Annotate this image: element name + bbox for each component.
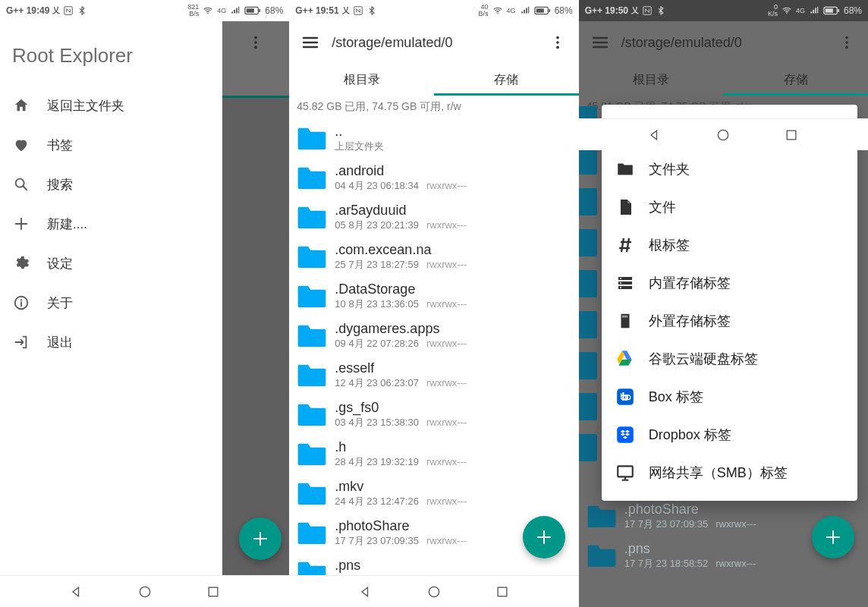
file-date: 上层文件夹: [335, 140, 384, 153]
file-date: 17 7月 23 07:09:35: [335, 535, 419, 547]
file-name: .pns: [624, 541, 756, 558]
path-text[interactable]: /storage/emulated/0: [617, 35, 830, 51]
file-name: .android: [335, 163, 467, 180]
popup-item-box-tab[interactable]: Box 标签: [602, 378, 857, 416]
status-time: G++ 19:51: [295, 5, 338, 16]
fab-add[interactable]: [523, 516, 565, 558]
nav-recents-icon[interactable]: [206, 584, 221, 599]
path-text[interactable]: /storage/emulated/0: [327, 35, 540, 51]
file-row[interactable]: .ar5ayduuid 05 8月 23 20:21:39rwxrwx---: [289, 197, 578, 237]
file-perm: rwxrwx---: [426, 456, 467, 468]
nav-back-icon[interactable]: [358, 584, 373, 599]
file-row[interactable]: .esself 12 4月 23 06:23:07rwxrwx---: [289, 355, 578, 395]
drawer-item-settings[interactable]: 设定: [0, 244, 222, 283]
nav-back-icon[interactable]: [69, 584, 84, 599]
home-icon: [12, 96, 30, 115]
search-icon: [12, 175, 30, 193]
file-row[interactable]: .. 上层文件夹: [289, 118, 578, 158]
drawer-label: 返回主文件夹: [47, 97, 124, 115]
file-row[interactable]: .DataStorage 10 8月 23 13:36:05rwxrwx---: [289, 276, 578, 316]
box-icon: [615, 387, 635, 407]
nav-home-icon[interactable]: [426, 584, 442, 599]
fab-add[interactable]: [812, 516, 854, 558]
status-time: G++ 19:49: [6, 5, 49, 16]
status-bar: G++ 19:50 乂 0 K/s 4G 68%: [579, 0, 868, 21]
popup-label: 外置存储标签: [649, 312, 731, 330]
wifi-icon: [492, 5, 503, 16]
file-name: .esself: [335, 360, 467, 377]
overflow-icon[interactable]: [247, 34, 264, 51]
tab-storage[interactable]: 存储: [434, 64, 579, 96]
overflow-icon[interactable]: [541, 26, 574, 59]
file-row[interactable]: .dygameres.apps 09 4月 22 07:28:26rwxrwx-…: [289, 316, 578, 355]
battery-percent: 68%: [844, 5, 862, 16]
folder-icon: [297, 244, 327, 269]
popup-item-root-tab[interactable]: 根标签: [602, 226, 857, 264]
file-perm: rwxrwx---: [426, 377, 467, 389]
hamburger-icon[interactable]: [583, 26, 617, 59]
folder-icon: [297, 283, 327, 309]
storage-icon: [615, 273, 635, 293]
popup-item-external-tab[interactable]: 外置存储标签: [602, 302, 857, 340]
file-row[interactable]: .android 04 4月 23 06:18:34rwxrwx---: [289, 158, 578, 197]
tab-root[interactable]: 根目录: [289, 64, 434, 96]
popup-label: 文件: [649, 198, 676, 216]
nav-recents-icon[interactable]: [495, 584, 510, 599]
signal-icon: [809, 5, 819, 16]
popup-item-smb-tab[interactable]: 网络共享（SMB）标签: [602, 454, 857, 492]
signal-icon: [230, 5, 241, 16]
new-menu-popup: 新建.... 文件夹 文件 根标签 内置存储标签 外置存储标签 谷歌云端硬盘标签…: [602, 105, 857, 501]
tab-root[interactable]: 根目录: [579, 64, 724, 96]
drawer-item-exit[interactable]: 退出: [0, 322, 222, 362]
file-perm: rwxrwx---: [426, 298, 467, 310]
fab-add[interactable]: [239, 517, 281, 560]
file-row[interactable]: .mkv 24 4月 23 12:47:26rwxrwx---: [289, 473, 578, 513]
file-perm: rwxrwx---: [426, 219, 467, 231]
signal-icon: [520, 5, 530, 16]
overflow-icon[interactable]: [830, 26, 863, 59]
file-name: .mkv: [335, 479, 467, 495]
popup-item-folder[interactable]: 文件夹: [602, 150, 857, 188]
popup-label: 内置存储标签: [649, 274, 731, 292]
folder-icon: [297, 125, 327, 151]
drawer-item-search[interactable]: 搜索: [0, 165, 222, 204]
monitor-icon: [615, 463, 635, 483]
drawer-item-bookmarks[interactable]: 书签: [0, 125, 222, 165]
popup-item-dropbox-tab[interactable]: Dropbox 标签: [602, 416, 857, 454]
drawer-item-new[interactable]: 新建....: [0, 204, 222, 244]
battery-percent: 68%: [265, 5, 283, 16]
popup-label: 根标签: [649, 236, 690, 254]
nav-bar: [289, 575, 578, 607]
file-name: ..: [335, 124, 384, 140]
popup-label: 文件夹: [649, 160, 690, 178]
wifi-icon: [203, 5, 213, 16]
file-name: .h: [335, 439, 467, 456]
plus-icon: [12, 215, 30, 233]
file-date: 03 4月 23 15:38:30: [335, 417, 419, 429]
popup-item-file[interactable]: 文件: [602, 188, 857, 226]
nav-home-icon[interactable]: [137, 584, 153, 599]
drawer-label: 新建....: [47, 215, 87, 233]
status-bar: G++ 19:49 乂 821 B/s 4G 68%: [0, 0, 289, 21]
file-row[interactable]: .gs_fs0 03 4月 23 15:38:30rwxrwx---: [289, 395, 578, 434]
tab-storage[interactable]: 存储: [723, 64, 868, 96]
file-perm: rwxrwx---: [426, 259, 467, 271]
file-name: .DataStorage: [335, 281, 467, 298]
file-name: .ar5ayduuid: [335, 203, 467, 219]
nav-recents-icon[interactable]: [784, 127, 799, 143]
drawer-item-about[interactable]: 关于: [0, 283, 222, 322]
nav-back-icon[interactable]: [647, 127, 662, 143]
nav-home-icon[interactable]: [715, 127, 731, 143]
file-row[interactable]: .com.excean.na 25 7月 23 18:27:59rwxrwx--…: [289, 237, 578, 276]
file-list[interactable]: .. 上层文件夹 .android 04 4月 23 06:18:34rwxrw…: [289, 118, 578, 575]
popup-item-gdrive-tab[interactable]: 谷歌云端硬盘标签: [602, 340, 857, 378]
popup-label: 谷歌云端硬盘标签: [649, 350, 758, 368]
file-date: 05 8月 23 20:21:39: [335, 219, 419, 231]
hamburger-icon[interactable]: [294, 26, 327, 59]
scrim[interactable]: [222, 21, 289, 575]
popup-item-internal-tab[interactable]: 内置存储标签: [602, 264, 857, 302]
file-row[interactable]: .h 28 4月 23 19:32:19rwxrwx---: [289, 434, 578, 473]
drawer-item-home[interactable]: 返回主文件夹: [0, 86, 222, 125]
tabs: 根目录 存储: [289, 64, 578, 96]
drawer-label: 退出: [47, 334, 73, 351]
